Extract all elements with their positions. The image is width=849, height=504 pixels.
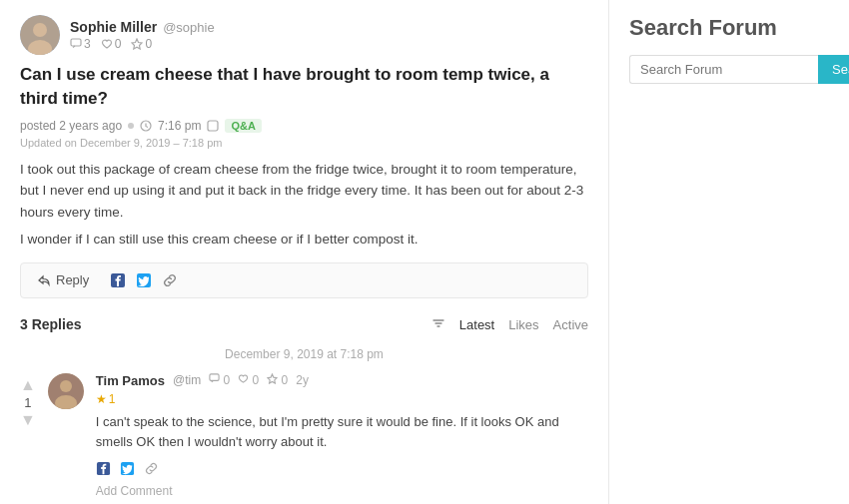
reply-link-icon[interactable] [144,460,160,476]
replies-count: 3 Replies [20,316,81,332]
author-handle: @sophie [163,20,215,35]
vote-count: 1 [24,395,31,410]
reply-share-icons [96,460,588,476]
main-content: Sophie Miller @sophie 3 0 0 Can I use cr [0,0,609,504]
post-tag[interactable]: Q&A [225,119,261,133]
date-divider: December 9, 2019 at 7:18 pm [20,347,588,361]
reply-age: 2y [296,373,309,387]
svg-rect-3 [71,39,81,46]
author-name: Sophie Miller [70,19,157,35]
stat-stars: 0 [131,37,152,51]
svg-point-1 [33,23,47,37]
reply-author-handle: @tim [173,373,201,387]
reply-content: Tim Pamos @tim 0 0 0 2y [96,373,588,498]
post-title: Can I use cream cheese that I have broug… [20,63,588,111]
like-icon [101,38,113,50]
sidebar: Search Forum Search [609,0,849,504]
search-input[interactable] [629,55,818,84]
reply-author-row: Tim Pamos @tim 0 0 0 2y [96,373,588,388]
reply-button[interactable]: Reply [37,272,89,287]
twitter-share-icon[interactable] [135,271,153,289]
sort-likes[interactable]: Likes [508,317,538,332]
facebook-share-icon[interactable] [109,271,127,289]
link-share-icon[interactable] [161,271,179,289]
sort-icon [431,316,445,333]
downvote-button[interactable]: ▼ [20,412,36,428]
sidebar-title: Search Forum [629,15,849,41]
post-body-p2: I wonder if I can still use this cream c… [20,229,588,251]
reply-stat-likes: 0 [238,373,259,387]
stat-comments: 3 [70,37,91,51]
post-body: I took out this package of cream cheese … [20,159,588,251]
author-info: Sophie Miller @sophie 3 0 0 [70,19,215,51]
post-time: 7:16 pm [158,119,201,133]
comment-icon [70,38,82,50]
post-author-row: Sophie Miller @sophie 3 0 0 [20,15,588,55]
share-icons [109,271,179,289]
action-bar: Reply [20,262,588,298]
svg-marker-13 [268,374,277,383]
sort-active[interactable]: Active [553,317,588,332]
reply-stat-comments: 0 [209,373,230,387]
svg-rect-12 [210,374,219,380]
reply-author-name: Tim Pamos [96,373,165,388]
stat-likes: 0 [101,37,122,51]
upvote-button[interactable]: ▲ [20,377,36,393]
star-icon [131,38,143,50]
replies-header: 3 Replies Latest Likes Active [20,316,588,333]
add-comment-button[interactable]: Add Comment [96,484,588,498]
dot-separator [128,123,134,129]
sort-latest[interactable]: Latest [459,317,494,332]
reply-twitter-icon[interactable] [120,460,136,476]
reply-body: I can't speak to the science, but I'm pr… [96,412,588,452]
sort-options: Latest Likes Active [431,316,588,333]
category-icon [207,120,219,132]
author-avatar [20,15,60,55]
reply-stats: 0 0 0 2y [209,373,309,387]
reply-item: ▲ 1 ▼ Tim Pamos @tim 0 [20,373,588,498]
reply-icon [37,273,51,287]
reply-facebook-icon[interactable] [96,460,112,476]
post-updated: Updated on December 9, 2019 – 7:18 pm [20,137,588,149]
star-filled: ★ [96,392,107,406]
author-stats: 3 0 0 [70,37,215,51]
clock-icon [140,120,152,132]
vote-section: ▲ 1 ▼ [20,377,36,498]
svg-rect-6 [208,121,218,131]
post-body-p1: I took out this package of cream cheese … [20,159,588,224]
posted-label: posted 2 years ago [20,119,122,133]
svg-marker-4 [132,39,142,49]
reply-stat-stars: 0 [267,373,288,387]
search-row: Search [629,55,849,84]
reply-avatar [48,373,84,409]
svg-point-10 [60,380,72,392]
reply-rating: ★ 1 [96,392,588,406]
post-meta: posted 2 years ago 7:16 pm Q&A [20,119,588,133]
search-button[interactable]: Search [818,55,849,84]
